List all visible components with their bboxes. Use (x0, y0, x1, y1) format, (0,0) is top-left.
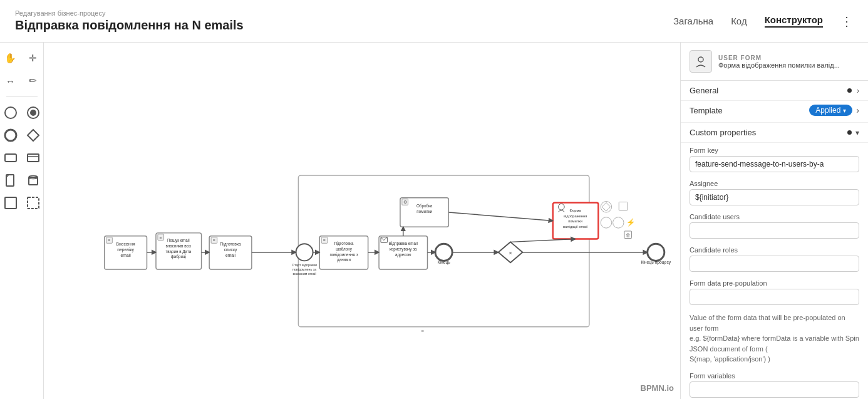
candidate-users-field: Candidate users (681, 209, 868, 242)
svg-text:списку: списку (224, 247, 237, 252)
svg-text:⚙: ⚙ (403, 200, 407, 204)
svg-text:Підготовка: Підготовка (220, 242, 241, 247)
template-arrow[interactable]: › (856, 105, 859, 115)
toolbar-row-2: ↔ ✏ (1, 71, 43, 90)
svg-text:≡: ≡ (108, 238, 111, 242)
assignee-field: Assignee (681, 176, 868, 209)
hand-tool[interactable]: ✋ (1, 49, 20, 68)
breadcrumb: Редагування бізнес-процесу (15, 9, 244, 17)
cylinder-tool[interactable] (24, 171, 43, 190)
svg-text:відображення: відображення (564, 214, 587, 218)
custom-props-label: Custom properties (690, 128, 756, 137)
svg-point-34 (296, 244, 313, 261)
applied-badge[interactable]: Applied ▾ (809, 105, 852, 116)
rect-tool[interactable] (1, 148, 20, 167)
toolbar-row-3 (1, 103, 43, 122)
more-menu-icon[interactable]: ⋮ (840, 14, 853, 29)
crosshair-tool[interactable]: ✛ (24, 49, 43, 68)
template-label: Template (690, 106, 723, 115)
candidate-roles-input[interactable] (690, 256, 859, 272)
nav-code[interactable]: Код (731, 16, 747, 26)
applied-badge-chevron: ▾ (843, 107, 846, 114)
custom-props-header[interactable]: Custom properties ▾ (681, 123, 868, 143)
svg-text:≡: ≡ (421, 329, 425, 334)
user-form-icon (690, 50, 712, 73)
candidate-roles-label: Candidate roles (690, 246, 859, 254)
svg-text:вказаним email: вказаним email (292, 272, 316, 276)
header: Редагування бізнес-процесу Відправка пов… (0, 0, 868, 43)
svg-point-3 (5, 130, 16, 141)
svg-text:даними: даними (337, 257, 351, 262)
bpmn-diagram[interactable]: ≡ Внесення переліку email ≡ Пошук email … (44, 43, 680, 399)
general-dot (847, 88, 852, 93)
svg-text:Форма: Форма (570, 209, 582, 212)
svg-marker-4 (28, 130, 39, 141)
svg-text:≡: ≡ (160, 236, 162, 240)
svg-text:власників всіх: власників всіх (166, 244, 192, 248)
svg-point-0 (5, 107, 16, 118)
applied-badge-text: Applied (815, 106, 840, 115)
svg-text:переліку: переліку (117, 247, 134, 252)
select-tool[interactable] (24, 194, 43, 212)
panel-header: USER FORM Форма відображення помилки вал… (681, 43, 868, 81)
rect-filled-tool[interactable] (24, 148, 43, 167)
svg-text:помилки: помилки (416, 209, 432, 214)
svg-text:помилки: помилки (568, 219, 582, 223)
svg-text:Пошук email: Пошук email (167, 238, 190, 243)
toolbar-row-7 (1, 194, 43, 212)
nav-general[interactable]: Загальна (673, 16, 713, 26)
right-panel: USER FORM Форма відображення помилки вал… (680, 43, 868, 399)
svg-text:🗑: 🗑 (626, 232, 631, 238)
circle-tool[interactable] (1, 103, 20, 122)
arrow-left-right-tool[interactable]: ↔ (1, 71, 20, 90)
form-key-input[interactable] (690, 156, 859, 172)
custom-props-chevron: ▾ (855, 128, 859, 137)
svg-text:повідомлень за: повідомлень за (292, 267, 316, 271)
toolbar-row-4 (1, 126, 43, 145)
candidate-users-input[interactable] (690, 222, 859, 239)
template-row: Template Applied ▾ › (681, 101, 868, 122)
header-left: Редагування бізнес-процесу Відправка пов… (15, 9, 244, 33)
assignee-label: Assignee (690, 180, 859, 187)
svg-point-73 (648, 244, 664, 261)
candidate-users-label: Candidate users (690, 213, 859, 220)
svg-rect-12 (28, 197, 39, 209)
svg-text:email: email (225, 253, 236, 257)
svg-rect-5 (5, 154, 16, 162)
toolbar-row-1: ✋ ✛ (1, 49, 43, 68)
form-variables-input[interactable] (690, 381, 859, 398)
general-section-header[interactable]: General › (681, 81, 868, 100)
bold-circle-tool[interactable] (1, 126, 20, 145)
toolbar-row-6 (1, 171, 43, 190)
svg-point-2 (30, 110, 36, 116)
svg-text:Підготовка: Підготовка (334, 241, 354, 246)
general-arrow: › (857, 86, 859, 95)
toolbar-row-5 (1, 148, 43, 167)
svg-rect-11 (5, 197, 16, 209)
nav-constructor[interactable]: Конструктор (765, 14, 823, 28)
diamond-tool[interactable] (24, 126, 43, 145)
doc-tool[interactable] (1, 171, 20, 190)
assignee-input[interactable] (690, 189, 859, 205)
panel-title-block: USER FORM Форма відображення помилки вал… (718, 54, 840, 69)
form-variables-label: Form variables (690, 372, 859, 380)
svg-text:шаблону: шаблону (336, 247, 352, 252)
svg-text:⚡: ⚡ (626, 218, 636, 227)
canvas-area[interactable]: ≡ Внесення переліку email ≡ Пошук email … (44, 43, 680, 399)
svg-text:валідації email: валідації email (563, 225, 587, 229)
frame-tool[interactable] (1, 194, 20, 212)
svg-text:повідомлення з: повідомлення з (329, 252, 358, 257)
custom-props-dot (847, 130, 852, 135)
svg-text:адресою: адресою (395, 252, 411, 257)
candidate-roles-field: Candidate roles (681, 242, 868, 276)
general-section: General › (681, 81, 868, 101)
svg-text:Кінець процесу: Кінець процесу (641, 260, 671, 265)
svg-text:Відправка email: Відправка email (389, 241, 418, 246)
svg-text:користувачу за: користувачу за (390, 247, 417, 252)
svg-text:Обробка: Обробка (416, 204, 433, 209)
pencil-tool[interactable]: ✏ (24, 71, 43, 90)
circle-filled-tool[interactable] (24, 103, 43, 122)
panel-component-type: USER FORM (718, 54, 840, 61)
form-prepopulation-input[interactable] (690, 289, 859, 305)
form-variables-field: Form variables (681, 368, 868, 400)
